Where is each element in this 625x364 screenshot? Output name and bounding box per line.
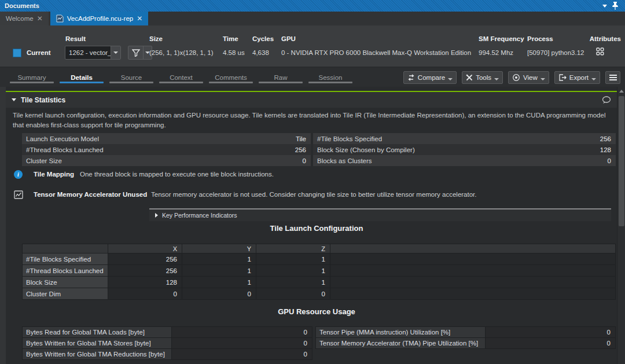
pin-icon[interactable] [610, 1, 620, 10]
row-label: #Thread Blocks Launched [22, 146, 295, 153]
details-page: Tile Statistics Tile kernel launch confi… [0, 87, 625, 364]
row-value: 0 [172, 327, 312, 337]
resource-usage-table-right: Tensor Pipe (MMA instruction) Utilizatio… [315, 326, 616, 349]
row-label: Launch Execution Model [22, 135, 296, 142]
info-icon: i [14, 170, 23, 179]
tab-comments[interactable]: Comments [206, 68, 256, 87]
resource-usage-title: GPU Resource Usage [22, 307, 611, 316]
tools-label: Tools [476, 74, 491, 81]
tab-welcome[interactable]: Welcome ✕ [0, 12, 49, 25]
row-value: 256 [600, 135, 616, 142]
tab-label: Comments [215, 74, 247, 81]
tile-statistics-section-header[interactable]: Tile Statistics [6, 92, 617, 108]
tab-label: Session [319, 74, 343, 81]
cell-x: 128 [108, 277, 182, 288]
cell-x: 256 [108, 265, 182, 276]
attributes-grid-icon[interactable] [596, 47, 604, 56]
row-value: 0 [486, 327, 615, 337]
row-value: 0 [608, 157, 616, 164]
document-tab-bar: Welcome ✕ VecAddProfile.ncu-rep ✕ [0, 12, 625, 25]
key-performance-indicators-expander[interactable]: Key Performance Indicators [149, 208, 611, 221]
tab-summary[interactable]: Summary [7, 68, 57, 87]
cell-y: 1 [182, 253, 256, 264]
row-label: Cluster Size [22, 157, 303, 164]
tma-unused-notice: Tensor Memory Accelerator Unused Tensor … [0, 190, 619, 201]
tab-source[interactable]: Source [106, 68, 156, 87]
chevron-down-icon [448, 78, 453, 80]
table-row: #Thread Blocks Launched 256 [22, 144, 311, 155]
notice-text: Tensor memory accelerator is not used. C… [151, 191, 476, 198]
close-icon[interactable]: ✕ [37, 15, 43, 22]
row-label: Bytes Written for Global TMA Stores [byt… [23, 338, 171, 348]
vertical-scrollbar[interactable] [617, 87, 625, 364]
scroll-up-arrow-icon[interactable] [618, 87, 625, 95]
tab-context[interactable]: Context [156, 68, 206, 87]
view-button[interactable]: View [508, 71, 549, 84]
summary-table-right: #Tile Blocks Specified 256 Block Size (C… [313, 133, 616, 166]
tab-label: Details [71, 74, 93, 81]
notice-title: Tile Mapping [34, 171, 74, 178]
filter-icon [128, 49, 143, 57]
filter-button[interactable] [128, 46, 152, 60]
tab-raw[interactable]: Raw [256, 68, 306, 87]
result-toolbar: Current Result 1262 - vector_ Size (256,… [0, 25, 625, 67]
export-button[interactable]: Export [554, 71, 600, 84]
table-row: Cluster Size 0 [22, 155, 311, 166]
cell-x: 256 [108, 253, 182, 264]
notice-title: Tensor Memory Accelerator Unused [34, 191, 147, 198]
result-dropdown[interactable]: 1262 - vector_ [65, 46, 121, 60]
cycles-value: 4,638 [252, 49, 269, 56]
row-label: Tensor Pipe (MMA instruction) Utilizatio… [316, 327, 485, 337]
filler-cell [330, 265, 615, 276]
sm-frequency-header: SM Frequency [479, 35, 524, 42]
chart-icon [14, 190, 23, 199]
scrollbar-thumb[interactable] [619, 96, 624, 226]
row-label: Bytes Read for Global TMA Loads [byte] [23, 327, 171, 337]
column-header-x: X [108, 244, 182, 253]
filler-cell [330, 253, 615, 264]
compare-button[interactable]: Compare [403, 71, 457, 84]
tab-session[interactable]: Session [306, 68, 355, 87]
sm-frequency-value: 994.52 Mhz [479, 49, 513, 56]
process-header: Process [527, 35, 553, 42]
row-label: Bytes Written for Global TMA Reductions … [23, 349, 171, 359]
row-label: #Tile Blocks Specified [313, 135, 600, 142]
chevron-down-icon[interactable] [600, 1, 610, 10]
section-description: Tile kernel launch configuration, execut… [13, 111, 606, 130]
report-page-tabs: Summary Details Source Context Comments … [0, 68, 625, 87]
section-title: Tile Statistics [21, 96, 65, 104]
tab-label: Summary [17, 74, 46, 81]
tab-report[interactable]: VecAddProfile.ncu-rep ✕ [50, 12, 149, 25]
notice-text: One thread block is mapped to execute on… [80, 171, 274, 178]
column-header [330, 244, 615, 253]
row-label: #Tile Blocks Specified [23, 253, 108, 264]
size-value: (256, 1, 1)x(128, 1, 1) [149, 49, 214, 56]
document-titlebar: Documents [0, 0, 625, 12]
close-icon[interactable]: ✕ [137, 15, 142, 22]
kpi-label: Key Performance Indicators [162, 212, 237, 219]
result-color-swatch[interactable] [13, 49, 21, 57]
row-label: Blocks as Clusters [313, 157, 608, 164]
comment-bubble-icon[interactable] [602, 96, 611, 104]
tab-details[interactable]: Details [57, 68, 106, 87]
cell-z: 0 [256, 288, 330, 299]
cell-y: 0 [182, 288, 256, 299]
launch-config-table: X Y Z #Tile Blocks Specified 256 1 1 #Th… [22, 244, 616, 300]
chevron-down-icon [591, 78, 596, 80]
chevron-down-icon[interactable] [111, 46, 120, 59]
result-dropdown-value: 1262 - vector_ [65, 49, 111, 56]
eye-icon [512, 74, 520, 81]
tools-button[interactable]: Tools [462, 71, 503, 84]
hamburger-menu-button[interactable] [605, 71, 620, 84]
cell-z: 1 [256, 277, 330, 288]
tools-icon [466, 74, 473, 81]
result-header: Result [65, 35, 86, 42]
table-row: Block Size (Chosen by Compiler) 128 [313, 144, 616, 155]
row-value: 128 [600, 146, 616, 153]
row-value: 0 [303, 157, 311, 164]
report-file-icon [56, 14, 64, 23]
cell-z: 1 [256, 253, 330, 264]
summary-table-left: Launch Execution Model Tile #Thread Bloc… [22, 133, 311, 166]
tab-label: Raw [274, 74, 287, 81]
table-row: Blocks as Clusters 0 [313, 155, 616, 166]
